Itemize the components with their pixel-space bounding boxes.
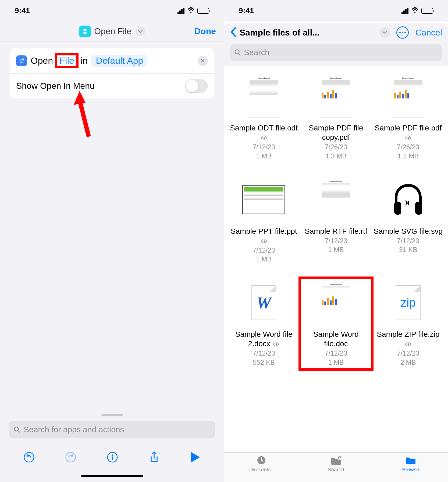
show-open-in-menu-toggle[interactable] — [185, 79, 208, 93]
clear-action-button[interactable] — [198, 56, 208, 66]
cloud-download-icon — [405, 339, 412, 348]
file-date: 7/12/23 — [325, 349, 347, 358]
cloud-download-icon — [261, 236, 268, 245]
file-date: 7/26/23 — [325, 143, 347, 152]
file-size: 1.2 MB — [397, 152, 419, 161]
shortcuts-toolbar — [0, 444, 224, 471]
file-name: Sample PDF file.pdf — [373, 123, 443, 142]
file-size: 2 MB — [400, 358, 416, 367]
svg-point-15 — [339, 457, 340, 458]
cellular-icon — [401, 8, 408, 14]
file-date: 7/26/23 — [397, 143, 419, 152]
file-token-highlight: File — [55, 53, 79, 68]
cloud-download-icon — [405, 133, 412, 142]
file-item[interactable]: Sample SVG file.svg7/12/2331 KB — [372, 175, 444, 266]
file-item[interactable]: Lorem ipsumSample ODT file.odt 7/12/231 … — [228, 72, 300, 163]
file-name: Sample PDF file copy.pdf — [301, 123, 371, 142]
svg-rect-11 — [394, 202, 401, 215]
action-search-field[interactable]: Search for apps and actions — [9, 421, 215, 438]
file-date: 7/12/23 — [253, 143, 275, 152]
file-name: Sample PPT file.ppt — [229, 226, 299, 245]
file-thumbnail — [241, 177, 286, 222]
file-date: 7/12/23 — [253, 349, 275, 358]
info-button[interactable] — [107, 452, 118, 464]
file-date: 7/12/23 — [325, 236, 347, 246]
svg-rect-12 — [415, 202, 422, 215]
svg-point-5 — [66, 452, 76, 462]
shortcuts-app-screen: 9:41 Open File Done Open — [0, 0, 224, 482]
file-item[interactable]: Lorem ipsumSample Word file.doc7/12/231 … — [300, 278, 372, 369]
back-button[interactable] — [230, 27, 237, 38]
file-item[interactable]: zipSample ZIP file.zip 7/12/232 MB — [372, 278, 444, 369]
file-item[interactable]: Lorem ipsumSample PDF file copy.pdf7/26/… — [300, 72, 372, 163]
file-size: 1 MB — [328, 358, 344, 367]
file-thumbnail: W — [241, 280, 286, 325]
status-icons — [177, 6, 209, 15]
show-open-in-menu-label: Show Open In Menu — [16, 80, 95, 92]
status-time: 9:41 — [15, 6, 30, 15]
file-thumbnail: Lorem ipsum — [386, 74, 431, 119]
more-options-button[interactable] — [396, 26, 409, 39]
svg-line-10 — [239, 53, 240, 55]
svg-point-7 — [112, 455, 113, 456]
file-item[interactable]: Sample PPT file.ppt 7/12/231 MB — [228, 175, 300, 266]
files-picker-header-area: Sample files of all... Cancel Search — [224, 23, 448, 66]
file-size: 1.3 MB — [325, 152, 347, 161]
open-file-action-row[interactable]: Open File in Default App — [10, 48, 214, 74]
file-date: 7/12/23 — [253, 246, 275, 255]
action-search-placeholder: Search for apps and actions — [24, 425, 124, 434]
share-button[interactable] — [148, 451, 160, 465]
file-thumbnail: Lorem ipsum — [241, 74, 286, 119]
files-search-field[interactable]: Search — [230, 44, 442, 61]
file-size: 31 KB — [399, 245, 417, 254]
action-card: Open File in Default App Show Open In Me… — [10, 48, 214, 98]
default-app-token[interactable]: Default App — [91, 55, 147, 67]
play-button[interactable] — [190, 451, 201, 465]
shared-folder-icon — [330, 455, 342, 465]
file-size: 1 MB — [256, 255, 272, 264]
drawer-handle[interactable] — [101, 414, 123, 416]
files-search-placeholder: Search — [244, 48, 269, 57]
file-date: 7/12/23 — [397, 349, 419, 358]
svg-line-3 — [18, 430, 20, 432]
file-grid: Lorem ipsumSample ODT file.odt 7/12/231 … — [224, 66, 448, 452]
title-options-button[interactable] — [136, 27, 145, 36]
file-name: Sample ODT file.odt — [229, 123, 299, 142]
shortcuts-bottom: Search for apps and actions — [0, 414, 224, 482]
shortcuts-title: Open File — [94, 26, 131, 36]
file-item[interactable]: Lorem ipsumSample PDF file.pdf 7/26/231.… — [372, 72, 444, 163]
tab-shared[interactable]: Shared — [299, 455, 374, 482]
battery-icon — [421, 8, 433, 14]
file-date: 7/12/23 — [397, 236, 419, 246]
open-text: Open — [31, 55, 53, 66]
cellular-icon — [177, 8, 184, 14]
file-name: Sample RTF file.rtf — [305, 226, 367, 236]
file-thumbnail: Lorem ipsum — [313, 74, 358, 119]
shortcuts-app-icon — [79, 26, 91, 37]
file-item[interactable]: WSample Word file 2.docx 7/12/23552 KB — [228, 278, 300, 369]
files-tabbar: Recents Shared Browse — [224, 452, 448, 482]
status-bar: 9:41 — [224, 0, 448, 22]
tab-recents[interactable]: Recents — [224, 455, 299, 482]
status-bar: 9:41 — [0, 0, 224, 22]
show-open-in-menu-row: Show Open In Menu — [10, 74, 214, 98]
file-name: Sample SVG file.svg — [374, 226, 443, 236]
svg-marker-1 — [74, 91, 86, 105]
shortcuts-header: Open File Done — [0, 22, 224, 41]
undo-button[interactable] — [23, 452, 35, 464]
redo-button[interactable] — [65, 452, 76, 464]
file-name: Sample Word file.doc — [301, 329, 371, 348]
tab-browse[interactable]: Browse — [373, 455, 448, 482]
file-name: Sample ZIP file.zip — [373, 329, 443, 348]
file-token[interactable]: File — [59, 55, 74, 66]
file-name: Sample Word file 2.docx — [229, 329, 299, 348]
cancel-button[interactable]: Cancel — [415, 28, 442, 38]
done-button[interactable]: Done — [194, 26, 216, 36]
title-options-button[interactable] — [380, 27, 390, 38]
wifi-icon — [411, 6, 419, 15]
files-picker-header: Sample files of all... Cancel — [224, 23, 448, 42]
file-item[interactable]: Lorem ipsumSample RTF file.rtf7/12/231 M… — [300, 175, 372, 266]
file-size: 552 KB — [253, 358, 275, 367]
folder-icon — [405, 455, 417, 465]
svg-line-0 — [80, 100, 89, 137]
